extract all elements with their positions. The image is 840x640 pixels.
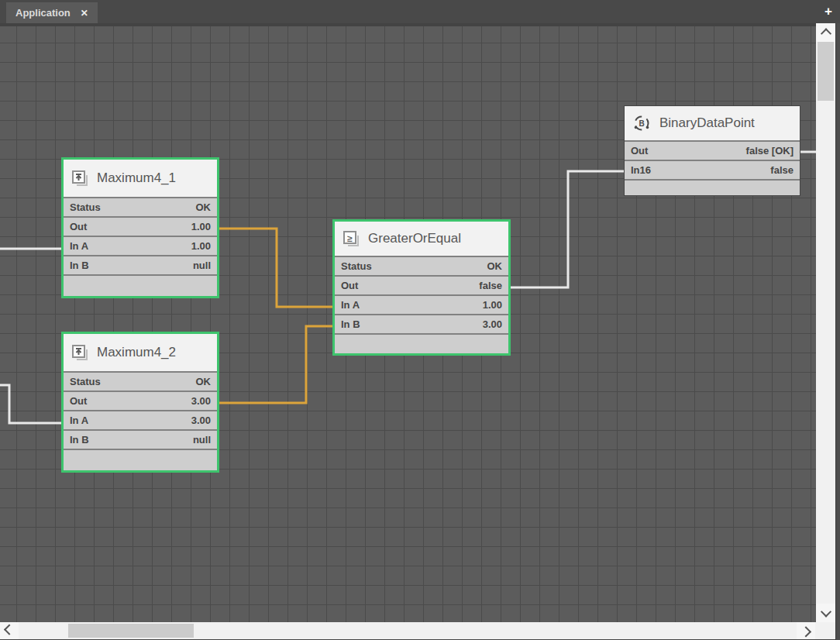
close-icon[interactable]: ✕	[81, 9, 88, 18]
row-label: In B	[70, 260, 89, 271]
chevron-left-icon	[4, 625, 15, 635]
wiresheet-canvas[interactable]: Maximum4_1 StatusOKOut1.00In A1.00In Bnu…	[0, 23, 816, 622]
row-value: OK	[196, 201, 212, 213]
node-row-status[interactable]: StatusOK	[335, 256, 508, 275]
node-row-status[interactable]: StatusOK	[64, 197, 217, 216]
horizontal-scrollbar-thumb[interactable]	[68, 624, 194, 638]
svg-text:B: B	[639, 119, 644, 128]
node-row-in-b[interactable]: In B3.00	[335, 314, 508, 333]
node-rows: StatusOKOutfalseIn A1.00In B3.00	[335, 256, 508, 333]
vertical-scrollbar-thumb[interactable]	[818, 42, 834, 101]
row-label: Status	[341, 260, 372, 272]
binary-data-point-icon: B	[632, 114, 651, 132]
node-row-out[interactable]: Out1.00	[64, 216, 217, 236]
row-label: In B	[341, 318, 360, 330]
wire-left-to-maximum4_2-ina[interactable]	[0, 385, 61, 423]
row-value: false	[770, 164, 794, 176]
node-rows: StatusOKOut1.00In A1.00In Bnull	[64, 197, 217, 274]
node-row-in-b[interactable]: In Bnull	[64, 255, 217, 274]
node-title: BinaryDataPoint	[659, 115, 755, 131]
row-value: 3.00	[483, 318, 502, 330]
scroll-down-button[interactable]	[816, 604, 835, 622]
horizontal-scrollbar[interactable]	[0, 622, 835, 639]
row-value: false	[479, 280, 502, 291]
node-greaterorequal[interactable]: ≥ GreaterOrEqual StatusOKOutfalseIn A1.0…	[332, 219, 511, 356]
row-value: false [OK]	[746, 145, 794, 157]
node-header[interactable]: ≥ GreaterOrEqual	[335, 222, 508, 256]
node-maximum4_2[interactable]: Maximum4_2 StatusOKOut3.00In A3.00In Bnu…	[61, 332, 219, 473]
node-title: GreaterOrEqual	[368, 231, 461, 246]
row-label: In16	[631, 164, 651, 176]
tab-application[interactable]: Application ✕	[6, 2, 98, 23]
row-label: Out	[70, 221, 87, 232]
row-label: Status	[70, 376, 101, 387]
node-row-status[interactable]: StatusOK	[64, 371, 217, 391]
node-footer	[64, 449, 217, 470]
node-row-out[interactable]: Outfalse [OK]	[625, 140, 800, 160]
tab-bar: Application ✕ +	[0, 0, 840, 23]
node-row-out[interactable]: Out3.00	[64, 391, 217, 410]
scroll-up-button[interactable]	[816, 23, 835, 42]
node-rows: Outfalse [OK]In16false	[625, 140, 800, 179]
node-binarydatapoint[interactable]: B BinaryDataPoint Outfalse [OK]In16false	[624, 105, 800, 196]
row-value: OK	[487, 260, 503, 272]
node-title: Maximum4_1	[97, 170, 176, 186]
maximum-icon	[71, 170, 88, 187]
right-edge-strip	[835, 23, 840, 640]
row-label: In A	[70, 415, 88, 426]
node-row-out[interactable]: Outfalse	[335, 275, 508, 294]
row-label: In B	[70, 434, 89, 446]
node-maximum4_1[interactable]: Maximum4_1 StatusOKOut1.00In A1.00In Bnu…	[61, 157, 219, 298]
chevron-down-icon	[820, 607, 831, 618]
row-value: 3.00	[191, 395, 211, 407]
row-label: Status	[70, 201, 101, 213]
row-label: In A	[70, 240, 88, 252]
row-value: null	[193, 260, 211, 271]
row-label: Out	[631, 145, 648, 157]
scroll-left-button[interactable]	[0, 622, 19, 639]
add-tab-button[interactable]: +	[825, 2, 832, 21]
maximum-icon	[71, 344, 88, 361]
row-value: 1.00	[191, 221, 211, 232]
svg-text:≥: ≥	[347, 233, 353, 244]
node-header[interactable]: Maximum4_1	[64, 160, 217, 197]
node-row-in-b[interactable]: In Bnull	[64, 429, 217, 449]
node-footer	[335, 333, 508, 353]
row-value: 1.00	[483, 299, 502, 311]
vertical-scrollbar[interactable]	[816, 23, 835, 622]
node-title: Maximum4_2	[97, 345, 176, 360]
node-header[interactable]: Maximum4_2	[64, 334, 217, 371]
greater-or-equal-icon: ≥	[343, 230, 360, 247]
wiresheet-window: Application ✕ +	[0, 0, 840, 640]
row-value: null	[193, 434, 211, 446]
wire-maximum4_2-out-to-greaterorequal-inb[interactable]	[219, 326, 332, 403]
row-value: 1.00	[191, 240, 211, 252]
node-row-in-a[interactable]: In A1.00	[64, 236, 217, 255]
chevron-up-icon	[820, 28, 831, 39]
row-label: In A	[341, 299, 360, 311]
row-value: OK	[196, 376, 212, 387]
scroll-right-button[interactable]	[797, 622, 815, 639]
wire-maximum4_1-out-to-greaterorequal-ina[interactable]	[219, 229, 332, 307]
node-header[interactable]: B BinaryDataPoint	[625, 106, 800, 140]
row-value: 3.00	[191, 415, 211, 426]
node-row-in-a[interactable]: In A1.00	[335, 294, 508, 314]
node-rows: StatusOKOut3.00In A3.00In Bnull	[64, 371, 217, 449]
chevron-right-icon	[800, 626, 811, 637]
node-row-in16[interactable]: In16false	[625, 160, 800, 179]
row-label: Out	[70, 395, 87, 407]
row-label: Out	[341, 280, 358, 291]
wire-greaterorequal-out-to-binarydatapoint-in16[interactable]	[511, 171, 624, 287]
node-footer	[625, 179, 800, 195]
node-row-in-a[interactable]: In A3.00	[64, 410, 217, 429]
tab-label: Application	[15, 7, 71, 19]
node-footer	[64, 274, 217, 296]
